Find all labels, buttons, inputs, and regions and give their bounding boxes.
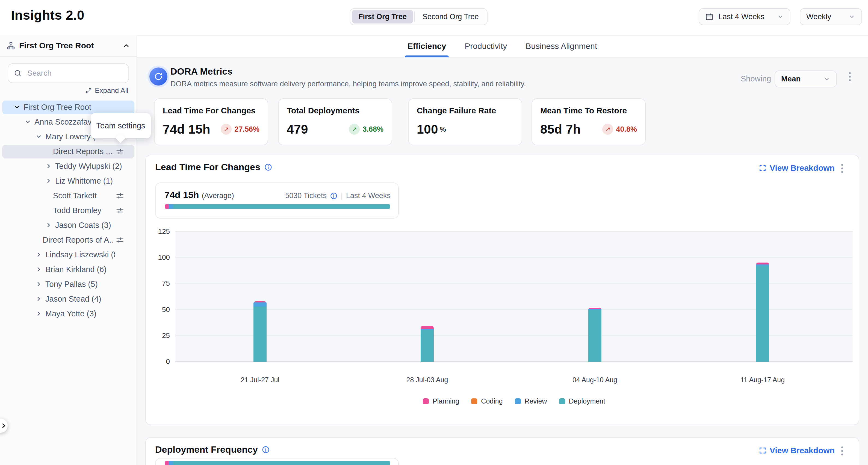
tab-efficiency[interactable]: Efficiency bbox=[406, 35, 448, 57]
deployment-kebab-menu-icon[interactable] bbox=[841, 446, 843, 456]
bar-segment-deployment bbox=[588, 310, 601, 362]
tree-item[interactable]: Teddy Wylupski (2) bbox=[0, 159, 136, 174]
x-axis-label: 11 Aug-17 Aug bbox=[727, 376, 798, 384]
chevron-down-icon bbox=[848, 13, 856, 20]
expand-all-button[interactable]: Expand All bbox=[86, 86, 128, 95]
legend-label: Coding bbox=[481, 397, 502, 405]
x-axis-label: 28 Jul-03 Aug bbox=[392, 376, 463, 384]
chevron-right-icon[interactable] bbox=[45, 222, 52, 228]
chevron-right-icon[interactable] bbox=[35, 281, 42, 287]
tree-item[interactable]: Liz Whittome (1) bbox=[0, 174, 136, 188]
sidebar-header[interactable]: First Org Tree Root bbox=[0, 35, 136, 57]
tab-business-alignment[interactable]: Business Alignment bbox=[524, 35, 599, 57]
metric-card: Lead Time For Changes74d 15h↗27.56% bbox=[154, 98, 268, 145]
tree-item[interactable]: Todd Bromley bbox=[0, 203, 136, 218]
tree-item[interactable]: Direct Reports ... bbox=[0, 144, 136, 159]
chevron-down-icon[interactable] bbox=[35, 133, 42, 140]
legend-item[interactable]: Coding bbox=[471, 397, 502, 405]
legend-swatch bbox=[423, 398, 429, 404]
stacked-bar[interactable] bbox=[253, 301, 267, 362]
tree-item[interactable]: Lindsay Liszewski (8) bbox=[0, 248, 136, 262]
phase-segment-deployment bbox=[173, 204, 390, 209]
org-tree-icon bbox=[6, 41, 15, 50]
info-icon[interactable] bbox=[330, 192, 338, 200]
view-breakdown-button[interactable]: View Breakdown bbox=[759, 446, 835, 455]
granularity-select[interactable]: Weekly bbox=[800, 8, 862, 25]
metric-card: Total Deployments479↗3.68% bbox=[278, 98, 392, 145]
info-icon[interactable] bbox=[264, 163, 272, 171]
tree-item-label: Jason Coats (3) bbox=[55, 221, 111, 230]
period-select[interactable]: Last 4 Weeks bbox=[699, 8, 790, 25]
gridline bbox=[175, 231, 853, 232]
team-settings-icon[interactable] bbox=[116, 148, 124, 156]
tree-item-label: Tony Pallas (5) bbox=[45, 280, 98, 289]
chevron-right-icon[interactable] bbox=[35, 310, 42, 317]
chevron-right-icon[interactable] bbox=[35, 296, 42, 302]
chevron-down-icon[interactable] bbox=[14, 104, 20, 111]
phase-segment-deployment bbox=[173, 461, 390, 465]
team-settings-icon[interactable] bbox=[116, 192, 124, 200]
legend-item[interactable]: Planning bbox=[423, 397, 459, 405]
phase-segment-planning bbox=[165, 204, 168, 209]
chevron-right-icon[interactable] bbox=[35, 266, 42, 273]
trend-badge: ↗40.8% bbox=[602, 124, 637, 135]
lead-time-chart-plot: 0255075100125 bbox=[175, 232, 853, 362]
tree-item[interactable]: Tony Pallas (5) bbox=[0, 277, 136, 292]
chevron-down-icon bbox=[777, 13, 784, 20]
stacked-bar[interactable] bbox=[421, 326, 434, 362]
tree-item[interactable]: Brian Kirkland (6) bbox=[0, 262, 136, 277]
first-org-tree-toggle-button[interactable]: First Org Tree bbox=[352, 10, 413, 24]
expand-all-label: Expand All bbox=[95, 86, 128, 95]
tree-item[interactable]: Maya Yette (3) bbox=[0, 307, 136, 321]
showing-label: Showing bbox=[741, 74, 771, 83]
dora-kebab-menu-icon[interactable] bbox=[849, 72, 851, 81]
bar-segment-review bbox=[253, 303, 267, 307]
team-settings-icon[interactable] bbox=[116, 207, 124, 215]
stacked-bar[interactable] bbox=[588, 308, 601, 362]
legend-item[interactable]: Deployment bbox=[559, 397, 605, 405]
x-axis-label: 21 Jul-27 Jul bbox=[224, 376, 296, 384]
gridline bbox=[175, 335, 853, 336]
phase-segment-review bbox=[168, 204, 173, 209]
tree-item-label: First Org Tree Root (1) bbox=[24, 103, 93, 112]
tree-item[interactable]: Jason Coats (3) bbox=[0, 218, 136, 233]
chevron-right-icon[interactable] bbox=[45, 163, 52, 169]
header-controls: Last 4 Weeks Weekly bbox=[699, 8, 862, 25]
chevron-up-icon[interactable] bbox=[122, 42, 130, 50]
tab-productivity[interactable]: Productivity bbox=[463, 35, 508, 57]
chevron-down-icon[interactable] bbox=[25, 119, 31, 125]
summary-value: 74d 15h bbox=[164, 190, 199, 200]
app-header: Insights 2.0 First Org Tree Second Org T… bbox=[0, 0, 868, 35]
trend-up-arrow-icon: ↗ bbox=[349, 124, 360, 135]
legend-item[interactable]: Review bbox=[515, 397, 547, 405]
view-breakdown-label: View Breakdown bbox=[770, 446, 835, 455]
deployment-frequency-panel: Deployment Frequency View Breakdown bbox=[145, 437, 859, 465]
team-settings-icon[interactable] bbox=[116, 236, 124, 244]
bar-segment-deployment bbox=[253, 307, 267, 362]
tree-item[interactable]: Direct Reports of A... bbox=[0, 233, 136, 248]
tree-item[interactable]: First Org Tree Root (1) bbox=[0, 100, 136, 115]
chevron-right-icon[interactable] bbox=[45, 178, 52, 184]
y-axis-tick-label: 100 bbox=[148, 253, 170, 262]
tooltip-text: Team settings bbox=[96, 121, 145, 130]
trend-percent: 40.8% bbox=[616, 125, 637, 133]
insights-app: Insights 2.0 First Org Tree Second Org T… bbox=[0, 0, 868, 465]
chevron-right-icon[interactable] bbox=[35, 251, 42, 258]
view-breakdown-button[interactable]: View Breakdown bbox=[759, 163, 835, 173]
tree-item[interactable]: Scott Tarkett bbox=[0, 188, 136, 203]
stacked-bar[interactable] bbox=[756, 262, 769, 362]
dora-metrics-title: DORA Metrics bbox=[170, 66, 232, 77]
tree-item[interactable]: Jason Stead (4) bbox=[0, 292, 136, 307]
phase-progress-bar bbox=[165, 204, 390, 209]
second-org-tree-toggle-button[interactable]: Second Org Tree bbox=[416, 10, 485, 24]
showing-select[interactable]: Mean bbox=[775, 70, 837, 87]
lead-time-kebab-menu-icon[interactable] bbox=[841, 164, 843, 173]
tree-item-label: Liz Whittome (1) bbox=[55, 177, 113, 186]
lead-time-panel-title: Lead Time For Changes bbox=[155, 162, 272, 173]
period-select-value: Last 4 Weeks bbox=[718, 12, 772, 21]
legend-swatch bbox=[559, 398, 565, 404]
info-icon[interactable] bbox=[262, 445, 270, 454]
tree-item-label: Jason Stead (4) bbox=[45, 294, 101, 304]
deployment-summary-card bbox=[155, 458, 399, 465]
search-input[interactable] bbox=[26, 68, 123, 78]
